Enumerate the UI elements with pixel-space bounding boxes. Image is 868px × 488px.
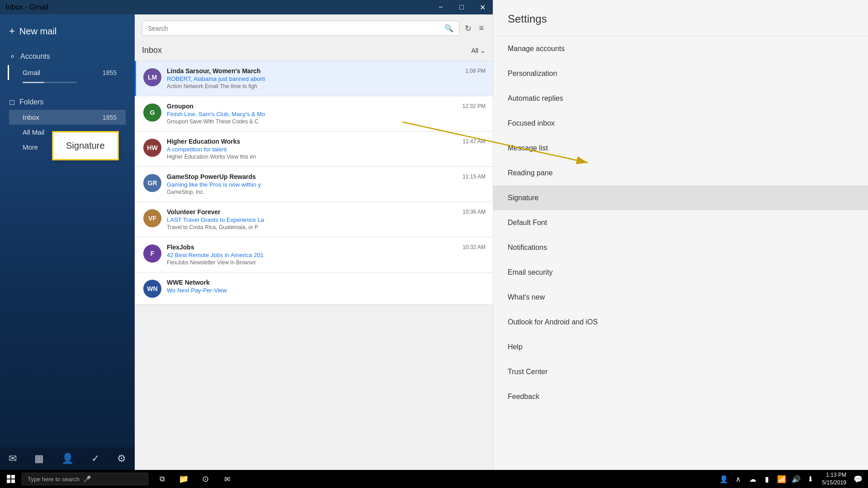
svg-rect-19 [7, 479, 10, 483]
email-avatar: VF [143, 209, 161, 227]
accounts-button[interactable]: ⚬ Accounts [9, 48, 126, 65]
email-item[interactable]: F FlexJobs 10:32 AM 42 Best Remote Jobs … [135, 237, 493, 272]
email-avatar: GR [143, 174, 161, 192]
settings-panel: Settings Manage accountsPersonalizationA… [493, 0, 868, 488]
settings-item-outlook-for-android-and-ios[interactable]: Outlook for Android and iOS [493, 310, 868, 335]
folders-button[interactable]: ◻ Folders [9, 94, 126, 110]
email-time: 11:47 AM [462, 138, 486, 145]
task-view-button[interactable]: ⧉ [152, 470, 172, 488]
more-label: More [23, 143, 38, 151]
settings-item-message-list[interactable]: Message list [493, 136, 868, 161]
email-sender: Linda Sarsour, Women's March [167, 67, 261, 75]
system-clock[interactable]: 1:13 PM 5/15/2019 [819, 471, 850, 487]
email-sender: Volunteer Forever [167, 208, 221, 216]
settings-item-what's-new[interactable]: What's new [493, 285, 868, 310]
svg-rect-17 [7, 475, 10, 479]
search-input[interactable] [148, 25, 444, 32]
mail-nav-icon[interactable]: ✉ [9, 453, 17, 465]
notification-button[interactable]: 💬 [852, 470, 864, 488]
maximize-button[interactable]: □ [451, 0, 472, 14]
download-icon[interactable]: ⬇ [804, 470, 817, 488]
settings-item-personalization[interactable]: Personalization [493, 61, 868, 86]
settings-item-reading-pane[interactable]: Reading pane [493, 161, 868, 186]
signature-tooltip-text: Signature [66, 141, 105, 150]
refresh-button[interactable]: ↻ [463, 22, 473, 35]
settings-item-automatic-replies[interactable]: Automatic replies [493, 86, 868, 111]
email-sender: WWE Network [167, 279, 210, 286]
sidebar: ☰ + New mail ⚬ Accounts Gmail 1855 ◻ Fol… [0, 0, 135, 488]
mic-icon: 🎤 [83, 475, 91, 483]
filter-button[interactable]: ≡ [477, 22, 486, 35]
new-mail-label: New mail [19, 26, 57, 37]
email-avatar: HW [143, 139, 161, 157]
svg-rect-20 [11, 479, 15, 483]
clock-time: 1:13 PM [822, 471, 846, 479]
inbox-title: Inbox [142, 46, 162, 55]
email-item[interactable]: VF Volunteer Forever 10:36 AM LAST Trave… [135, 202, 493, 237]
email-content: Higher Education Works 11:47 AM A compet… [167, 138, 486, 160]
battery-icon[interactable]: ▮ [761, 470, 774, 488]
email-subject: LAST Travel Grants to Experience La [167, 216, 486, 223]
settings-item-focused-inbox[interactable]: Focused inbox [493, 111, 868, 136]
chevron-up-icon[interactable]: ∧ [732, 470, 745, 488]
email-item[interactable]: WN WWE Network Wo Next Pay-Per-View [135, 272, 493, 305]
volume-icon[interactable]: 🔊 [790, 470, 802, 488]
email-item[interactable]: GR GameStop PowerUp Rewards 11:15 AM Gam… [135, 167, 493, 202]
email-sender: Higher Education Works [167, 138, 240, 145]
email-item[interactable]: LM Linda Sarsour, Women's March 1:08 PM … [135, 61, 493, 96]
mail-taskbar-button[interactable]: ✉ [217, 470, 237, 488]
email-avatar: LM [143, 68, 161, 86]
search-container[interactable]: 🔍 [142, 21, 459, 36]
email-sender: GameStop PowerUp Rewards [167, 173, 256, 180]
people-nav-icon[interactable]: 👤 [61, 453, 74, 465]
signature-tooltip: Signature [52, 131, 119, 160]
settings-item-manage-accounts[interactable]: Manage accounts [493, 37, 868, 61]
folders-label-text: Folders [19, 98, 43, 106]
inbox-count: 1855 [103, 114, 117, 121]
settings-item-help[interactable]: Help [493, 335, 868, 360]
filter-dropdown[interactable]: All ⌄ [471, 47, 486, 54]
all-mail-label: All Mail [23, 128, 44, 136]
new-mail-button[interactable]: + New mail [0, 18, 135, 44]
inbox-folder-item[interactable]: Inbox 1855 [9, 110, 126, 125]
email-sender: Groupon [167, 103, 193, 110]
search-button[interactable]: 🔍 [444, 24, 453, 33]
email-content: WWE Network Wo Next Pay-Per-View [167, 279, 486, 295]
settings-item-trust-center[interactable]: Trust Center [493, 360, 868, 385]
email-subject: Finish Line, Sam's Club, Macy's & Mo [167, 111, 486, 117]
email-subject: 42 Best Remote Jobs in America 201 [167, 252, 486, 258]
onedrive-icon[interactable]: ☁ [746, 470, 759, 488]
email-item[interactable]: HW Higher Education Works 11:47 AM A com… [135, 131, 493, 167]
settings-item-default-font[interactable]: Default Font [493, 211, 868, 235]
email-time: 10:36 AM [462, 209, 486, 215]
inbox-header: Inbox All ⌄ [135, 42, 493, 61]
email-sender: FlexJobs [167, 244, 194, 251]
wifi-icon[interactable]: 📶 [775, 470, 788, 488]
email-preview: Travel to Costa Rica, Guatemala, or P [167, 224, 486, 230]
email-content: Groupon 12:32 PM Finish Line, Sam's Club… [167, 103, 486, 125]
gmail-storage-bar [23, 82, 77, 83]
email-preview: GameStop, Inc. [167, 189, 486, 195]
tasks-nav-icon[interactable]: ✓ [91, 453, 99, 465]
chrome-button[interactable]: ⊙ [195, 470, 215, 488]
taskbar-search[interactable]: Type here to search 🎤 [22, 473, 148, 485]
settings-item-notifications[interactable]: Notifications [493, 235, 868, 260]
settings-item-email-security[interactable]: Email security [493, 260, 868, 285]
email-item[interactable]: G Groupon 12:32 PM Finish Line, Sam's Cl… [135, 96, 493, 131]
settings-title: Settings [493, 0, 868, 37]
close-button[interactable]: ✕ [472, 0, 493, 14]
gmail-label: Gmail [23, 69, 40, 76]
folder-icon: ◻ [9, 98, 15, 106]
minimize-button[interactable]: − [430, 0, 451, 14]
gmail-account-item[interactable]: Gmail 1855 [8, 65, 126, 80]
title-bar: Inbox - Gmail − □ ✕ [0, 0, 493, 14]
calendar-nav-icon[interactable]: ▦ [34, 453, 44, 465]
file-explorer-button[interactable]: 📁 [174, 470, 193, 488]
email-content: GameStop PowerUp Rewards 11:15 AM Gaming… [167, 173, 486, 195]
settings-item-feedback[interactable]: Feedback [493, 385, 868, 409]
settings-nav-icon[interactable]: ⚙ [117, 453, 126, 465]
network-people-icon[interactable]: 👤 [717, 470, 730, 488]
email-content: Volunteer Forever 10:36 AM LAST Travel G… [167, 208, 486, 230]
settings-item-signature[interactable]: Signature [493, 186, 868, 211]
start-button[interactable] [0, 470, 22, 488]
